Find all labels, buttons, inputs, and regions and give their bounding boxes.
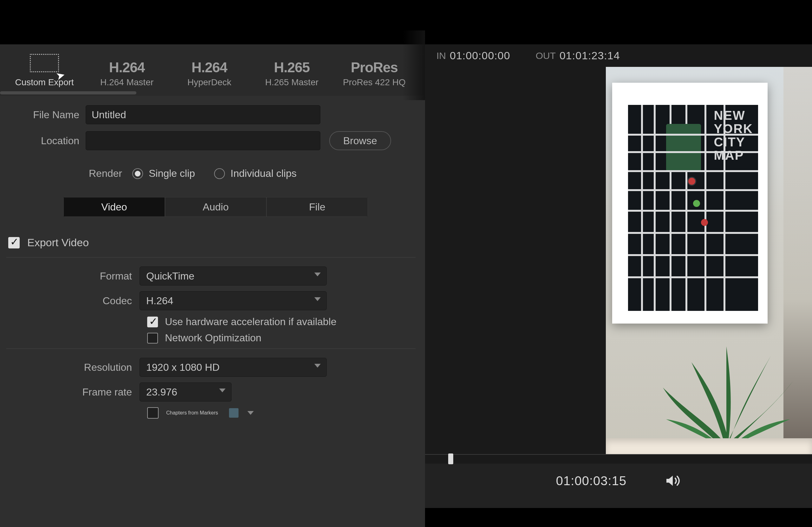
export-panel: ➤ Custom Export H.264 H.264 Master H.264… (0, 44, 425, 527)
radio-individual-clips[interactable] (214, 168, 225, 179)
render-individual-option[interactable]: Individual clips (214, 168, 296, 179)
preset-strip[interactable]: ➤ Custom Export H.264 H.264 Master H.264… (0, 44, 425, 90)
preset-h265-master[interactable]: H.265 H.265 Master (254, 60, 330, 88)
format-select[interactable]: QuickTime (140, 267, 327, 286)
playhead-thumb[interactable] (448, 453, 453, 464)
export-video-section-head: Export Video (8, 237, 416, 249)
preset-big-label: H.264 (109, 60, 145, 75)
preset-custom-icon-wrap: ➤ (30, 54, 59, 75)
video-viewport[interactable]: NEW YORK CITY MAP (425, 67, 812, 454)
section-divider (6, 348, 416, 349)
map-pin-icon (693, 200, 700, 207)
preset-h264-master[interactable]: H.264 H.264 Master (89, 60, 165, 88)
chapters-checkbox[interactable] (147, 407, 159, 419)
framerate-label: Frame rate (6, 386, 140, 398)
preset-label: H.264 Master (100, 77, 154, 88)
preset-scrollbar-thumb[interactable] (0, 91, 136, 94)
preset-scrollbar[interactable] (0, 91, 425, 94)
preset-hyperdeck[interactable]: H.264 HyperDeck (171, 60, 247, 88)
export-form: File Name Location Browse Render Single … (0, 96, 425, 527)
hw-accel-checkbox[interactable] (147, 317, 158, 327)
browse-button[interactable]: Browse (329, 131, 391, 150)
preview-panel: IN 01:00:00:00 OUT 01:01:23:14 (425, 44, 812, 527)
chevron-down-icon[interactable] (247, 411, 254, 415)
radio-single-clip[interactable] (132, 168, 143, 179)
shelf-edge (606, 438, 812, 454)
settings-tabs: Video Audio File (63, 197, 368, 217)
plant-foreground (644, 318, 809, 454)
map-park-shape (666, 124, 701, 171)
hw-accel-row: Use hardware acceleration if available (147, 316, 416, 328)
radio-single-label: Single clip (149, 168, 195, 179)
map-art: NEW YORK CITY MAP (628, 105, 758, 311)
tab-video[interactable]: Video (63, 197, 165, 217)
preset-big-label: H.265 (274, 60, 309, 75)
out-label: OUT (536, 50, 556, 61)
preset-custom-export[interactable]: ➤ Custom Export (6, 54, 83, 88)
resolution-label: Resolution (6, 362, 140, 373)
chevron-down-icon (314, 297, 321, 301)
preset-label: ProRes 422 HQ (343, 77, 406, 88)
tab-file[interactable]: File (266, 197, 368, 217)
resolution-select[interactable]: 1920 x 1080 HD (140, 358, 327, 377)
framerate-value: 23.976 (146, 386, 177, 398)
map-title-text: NEW YORK CITY MAP (714, 109, 753, 162)
codec-select[interactable]: H.264 (140, 291, 327, 310)
export-video-label: Export Video (27, 237, 89, 249)
render-single-option[interactable]: Single clip (132, 168, 195, 179)
chapters-label: Chapters from Markers (166, 410, 218, 416)
in-value: 01:00:00:00 (450, 49, 510, 62)
poster-frame: NEW YORK CITY MAP (612, 83, 768, 323)
hw-accel-label: Use hardware acceleration if available (165, 316, 336, 328)
location-row: Location Browse (6, 131, 416, 150)
preset-big-label: ProRes (351, 60, 398, 75)
format-row: Format QuickTime (6, 267, 416, 286)
out-value: 01:01:23:14 (560, 49, 620, 62)
export-video-checkbox[interactable] (8, 237, 20, 249)
tab-audio[interactable]: Audio (165, 197, 266, 217)
file-name-input[interactable] (86, 105, 320, 124)
resolution-value: 1920 x 1080 HD (146, 362, 219, 373)
window-black-matte-top (0, 0, 812, 44)
file-name-row: File Name (6, 105, 416, 124)
codec-row: Codec H.264 (6, 291, 416, 310)
resolution-row: Resolution 1920 x 1080 HD (6, 358, 416, 377)
render-label: Render (89, 168, 122, 179)
main-row: ➤ Custom Export H.264 H.264 Master H.264… (0, 44, 812, 527)
chevron-down-icon (219, 389, 226, 392)
file-name-label: File Name (6, 109, 86, 121)
video-frame: NEW YORK CITY MAP (606, 67, 812, 454)
format-label: Format (6, 270, 140, 282)
marker-color-swatch[interactable] (229, 408, 238, 418)
location-input[interactable] (86, 131, 320, 150)
window-black-matte-bottom (425, 508, 812, 527)
codec-value: H.264 (146, 295, 173, 307)
render-mode-row: Render Single clip Individual clips (6, 168, 416, 179)
net-opt-label: Network Optimization (165, 332, 261, 344)
preset-label: H.265 Master (265, 77, 318, 88)
preset-big-label: H.264 (192, 60, 227, 75)
out-point-group[interactable]: OUT 01:01:23:14 (536, 49, 620, 62)
playhead-track[interactable] (425, 454, 812, 464)
framerate-select[interactable]: 23.976 (140, 382, 232, 402)
radio-individual-label: Individual clips (231, 168, 296, 179)
speaker-icon[interactable] (665, 472, 681, 489)
framerate-row: Frame rate 23.976 (6, 382, 416, 402)
in-point-group[interactable]: IN 01:00:00:00 (436, 49, 510, 62)
filmstrip-icon (30, 54, 59, 72)
in-label: IN (436, 50, 446, 61)
map-pin-icon (688, 178, 695, 185)
preset-prores-422-hq[interactable]: ProRes ProRes 422 HQ (336, 60, 412, 88)
transport-controls: 01:00:03:15 (425, 464, 812, 508)
chevron-down-icon (314, 272, 321, 276)
preset-label: Custom Export (15, 77, 74, 88)
net-opt-row: Network Optimization (147, 332, 416, 344)
format-value: QuickTime (146, 270, 194, 282)
map-pin-icon (701, 219, 708, 226)
chapters-row: Chapters from Markers (147, 407, 416, 419)
timecode-bar: IN 01:00:00:00 OUT 01:01:23:14 (425, 44, 812, 67)
section-divider (6, 257, 416, 258)
preset-label: HyperDeck (187, 77, 231, 88)
net-opt-checkbox[interactable] (147, 333, 158, 344)
current-timecode[interactable]: 01:00:03:15 (556, 474, 626, 488)
